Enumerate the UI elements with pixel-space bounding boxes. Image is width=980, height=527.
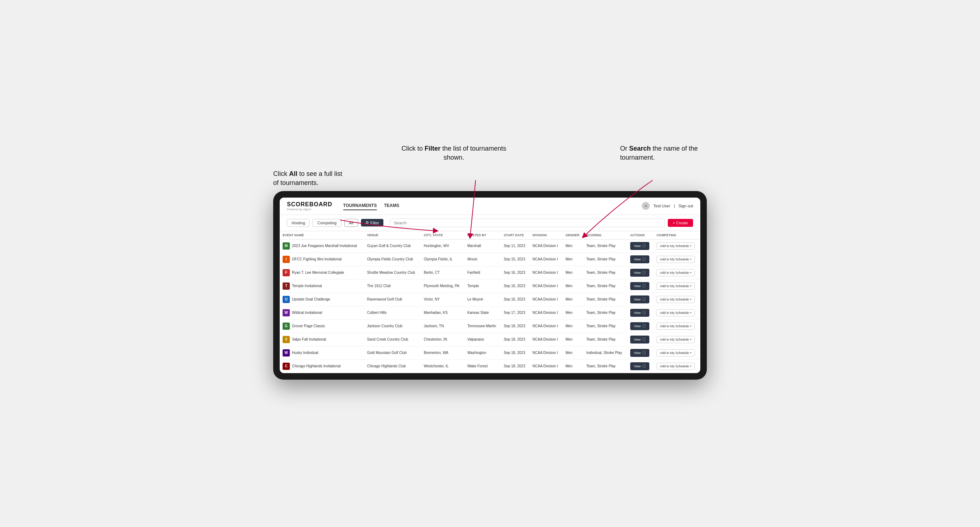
sign-out-link[interactable]: Sign out — [679, 204, 693, 208]
add-to-schedule-button[interactable]: Add to My Schedule + — [657, 309, 695, 316]
filter-icon: ⚙ — [365, 220, 369, 225]
cell-venue: Colbert Hills — [364, 306, 421, 319]
cell-event-name: W Wildcat Invitational — [280, 306, 364, 319]
cell-gender: Men — [563, 333, 584, 346]
cell-competing: Add to My Schedule + — [654, 279, 700, 292]
cell-competing: Add to My Schedule + — [654, 306, 700, 319]
annotation-topright: Or Search the name of the tournament. — [620, 144, 707, 162]
cell-venue: Chicago Highlands Club — [364, 359, 421, 373]
cell-hosted-by: Temple — [465, 279, 501, 292]
cell-start-date: Sep 11, 2023 — [501, 239, 530, 252]
table-row: C Chicago Highlands Invitational Chicago… — [280, 359, 700, 373]
username: Test User — [653, 204, 670, 208]
cell-venue: Sand Creek Country Club — [364, 333, 421, 346]
search-input[interactable] — [390, 219, 665, 227]
info-icon: ⓘ — [642, 243, 646, 249]
view-button[interactable]: View ⓘ — [630, 242, 649, 250]
cell-event-name: W Husky Individual — [280, 346, 364, 359]
cell-start-date: Sep 17, 2023 — [501, 306, 530, 319]
add-to-schedule-button[interactable]: Add to My Schedule + — [657, 283, 695, 290]
info-icon: ⓘ — [642, 270, 646, 275]
cell-scoring: Team, Stroke Play — [583, 292, 627, 306]
col-event-name: EVENT NAME — [280, 231, 364, 240]
cell-actions: View ⓘ — [627, 319, 654, 333]
nav-tab-teams[interactable]: TEAMS — [384, 202, 399, 210]
logo-text: SCOREBOARD — [287, 201, 332, 208]
cell-division: NCAA Division I — [530, 266, 563, 279]
cell-scoring: Team, Stroke Play — [583, 266, 627, 279]
add-to-schedule-button[interactable]: Add to My Schedule + — [657, 242, 695, 249]
cell-start-date: Sep 16, 2023 — [501, 266, 530, 279]
cell-actions: View ⓘ — [627, 279, 654, 292]
filter-button[interactable]: ⚙ Filter — [361, 219, 383, 227]
view-button[interactable]: View ⓘ — [630, 336, 649, 343]
info-icon: ⓘ — [642, 297, 646, 302]
team-icon: T — [283, 283, 290, 290]
info-icon: ⓘ — [642, 310, 646, 315]
cell-city-state: Bremerton, WA — [421, 346, 465, 359]
tab-competing[interactable]: Competing — [313, 219, 341, 227]
view-button[interactable]: View ⓘ — [630, 362, 649, 370]
view-button[interactable]: View ⓘ — [630, 322, 649, 330]
cell-event-name: U Upstate Dual Challenge — [280, 292, 364, 306]
table-row: T Temple Invitational The 1912 Club Plym… — [280, 279, 700, 292]
add-to-schedule-button[interactable]: Add to My Schedule + — [657, 336, 695, 343]
outer-wrapper: Click All to see a full list of tourname… — [273, 148, 707, 379]
table-row: G Grover Page Classic Jackson Country Cl… — [280, 319, 700, 333]
cell-start-date: Sep 16, 2023 — [501, 279, 530, 292]
add-to-schedule-button[interactable]: Add to My Schedule + — [657, 256, 695, 263]
cell-event-name: I OFCC Fighting Illini Invitational — [280, 252, 364, 266]
cell-gender: Men — [563, 346, 584, 359]
cell-actions: View ⓘ — [627, 239, 654, 252]
team-icon: W — [283, 349, 290, 357]
team-icon: G — [283, 322, 290, 330]
view-button[interactable]: View ⓘ — [630, 256, 649, 264]
cell-venue: Olympia Fields Country Club — [364, 252, 421, 266]
cell-hosted-by: Wake Forest — [465, 359, 501, 373]
filter-bar: Hosting Competing All ⚙ Filter + Create — [280, 215, 700, 231]
table-row: W Husky Individual Gold Mountain Golf Cl… — [280, 346, 700, 359]
tab-all[interactable]: All — [344, 219, 358, 227]
team-icon: C — [283, 363, 290, 370]
event-name-text: Husky Individual — [292, 351, 318, 355]
cell-event-name: F Ryan T. Lee Memorial Collegiate — [280, 266, 364, 279]
cell-venue: Guyan Golf & Country Club — [364, 239, 421, 252]
team-icon: W — [283, 309, 290, 316]
cell-hosted-by: Fairfield — [465, 266, 501, 279]
team-icon: F — [283, 269, 290, 276]
event-name-text: Upstate Dual Challenge — [292, 297, 330, 301]
create-button[interactable]: + Create — [668, 219, 694, 227]
logo-sub: Powered by clipp'd — [287, 208, 332, 211]
event-name-text: OFCC Fighting Illini Invitational — [292, 257, 342, 261]
add-to-schedule-button[interactable]: Add to My Schedule + — [657, 349, 695, 357]
annotation-topmid: Click to Filter the list of tournaments … — [396, 144, 512, 162]
view-button[interactable]: View ⓘ — [630, 349, 649, 357]
nav-tabs: TOURNAMENTS TEAMS — [343, 202, 642, 210]
cell-city-state: Berlin, CT — [421, 266, 465, 279]
add-to-schedule-button[interactable]: Add to My Schedule + — [657, 322, 695, 330]
cell-gender: Men — [563, 359, 584, 373]
cell-scoring: Team, Stroke Play — [583, 359, 627, 373]
tab-hosting[interactable]: Hosting — [287, 219, 310, 227]
cell-gender: Men — [563, 252, 584, 266]
cell-actions: View ⓘ — [627, 346, 654, 359]
nav-tab-tournaments[interactable]: TOURNAMENTS — [343, 202, 377, 210]
table-row: F Ryan T. Lee Memorial Collegiate Shuttl… — [280, 266, 700, 279]
view-button[interactable]: View ⓘ — [630, 309, 649, 317]
avatar: U — [642, 202, 650, 210]
cell-venue: Shuttle Meadow Country Club — [364, 266, 421, 279]
view-button[interactable]: View ⓘ — [630, 282, 649, 290]
search-input-wrap — [390, 219, 665, 227]
view-button[interactable]: View ⓘ — [630, 295, 649, 303]
add-to-schedule-button[interactable]: Add to My Schedule + — [657, 296, 695, 303]
cell-actions: View ⓘ — [627, 266, 654, 279]
tablet-screen: SCOREBOARD Powered by clipp'd TOURNAMENT… — [280, 198, 700, 373]
add-to-schedule-button[interactable]: Add to My Schedule + — [657, 269, 695, 276]
add-to-schedule-button[interactable]: Add to My Schedule + — [657, 363, 695, 370]
app-header: SCOREBOARD Powered by clipp'd TOURNAMENT… — [280, 198, 700, 215]
cell-scoring: Team, Stroke Play — [583, 319, 627, 333]
cell-event-name: C Chicago Highlands Invitational — [280, 359, 364, 373]
view-button[interactable]: View ⓘ — [630, 269, 649, 277]
table-row: M 2023 Joe Feaganes Marshall Invitationa… — [280, 239, 700, 252]
cell-venue: The 1912 Club — [364, 279, 421, 292]
